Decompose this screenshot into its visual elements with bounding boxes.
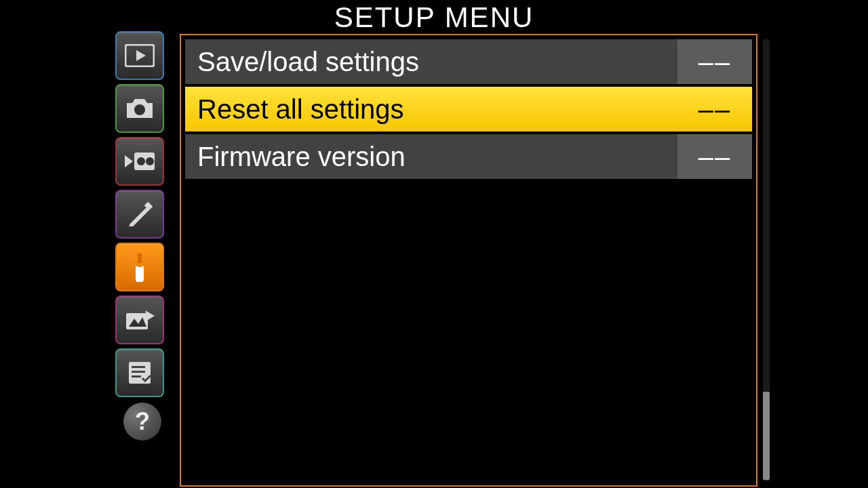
svg-rect-16 [132,375,141,378]
menu-item-reset-all-settings[interactable]: Reset all settings–– [185,87,752,131]
playback-icon [125,44,155,67]
video-icon [123,150,156,173]
photo-icon [124,96,155,121]
page-title: SETUP MENU [108,0,760,35]
sidebar: ? [115,31,170,441]
svg-point-6 [146,157,154,165]
mymenu-icon [126,359,153,386]
svg-point-2 [134,104,145,115]
menu-item-firmware-version[interactable]: Firmware version–– [185,134,752,179]
menu-list: Save/load settings––Reset all settings––… [185,39,752,481]
tab-photo[interactable] [115,84,164,133]
svg-point-5 [137,157,145,165]
tab-setup[interactable] [115,243,164,291]
scroll-thumb[interactable] [763,392,770,480]
menu-item-save-load-settings[interactable]: Save/load settings–– [185,39,752,84]
camera-menu-screen: SETUP MENU Save/load settings––Reset all… [108,0,760,488]
setup-panel: Save/load settings––Reset all settings––… [180,34,757,487]
svg-rect-15 [132,371,145,373]
custom-icon [126,201,153,228]
setup-icon [126,252,153,282]
menu-item-value: –– [677,39,752,84]
tab-playback[interactable] [115,31,164,80]
menu-item-label: Firmware version [185,142,673,172]
tab-video[interactable] [115,137,164,186]
tab-retouch[interactable] [115,296,164,344]
help-button[interactable]: ? [123,403,161,441]
tab-custom[interactable] [115,190,164,239]
svg-marker-1 [136,50,146,61]
menu-item-label: Reset all settings [185,94,673,125]
retouch-icon [125,308,155,332]
svg-rect-9 [138,253,142,263]
menu-item-label: Save/load settings [185,47,673,77]
tab-mymenu[interactable] [115,348,164,397]
svg-marker-3 [125,155,133,167]
scrollbar[interactable] [763,39,770,481]
menu-item-value: –– [677,134,752,179]
menu-item-value: –– [677,87,752,131]
svg-rect-14 [132,366,145,368]
svg-rect-10 [126,313,148,329]
svg-marker-7 [129,207,149,226]
